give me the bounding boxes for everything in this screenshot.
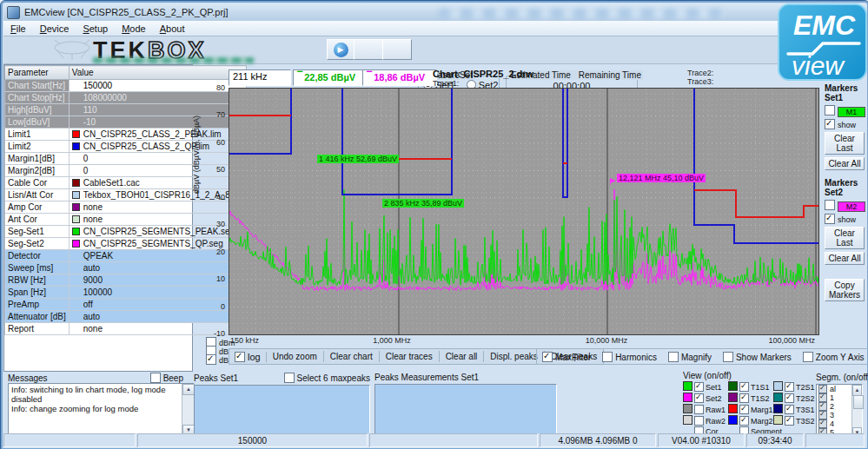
markers-set2-title: Markers [825,178,858,188]
x-tick-10mhz: 10,000 MHz [586,336,628,345]
y-tick: 70 [202,110,225,119]
option-check-show-markers[interactable]: Show Markers [723,352,792,362]
toolbar-slot-1[interactable] [354,39,383,60]
undo-zoom-button[interactable]: Undo zoom [267,351,324,362]
chart-panel: 211 kHz ▔22,85 dBµV ▔18,86 dBµV Chart: C… [202,63,823,369]
peak-marker-label-3[interactable]: 12,121 MHz 45,10 dBuV [617,174,706,182]
view-grid: Set1T1S1T2S1Set2T1S2T2S2Raw1Marg1T3S1Raw… [683,381,813,438]
tekbox-tagline-blurred [93,57,254,63]
scroll-thumb[interactable] [853,395,864,409]
set2-level-readout: ▔18,86 dBµV [362,69,437,86]
y-tick: 40 [202,193,225,201]
segments-scrollbar[interactable]: ▲ ▼ [851,385,862,439]
y-tick: 10 [202,274,225,283]
message-line: Info: switching to lin chart mode, log m… [11,385,182,404]
emcview-logo: EMC view [778,3,867,81]
play-icon: ▶ [334,43,348,57]
menu-setup[interactable]: Setup [76,23,115,35]
color-swatch [72,215,80,223]
param-col-header[interactable]: Parameter [5,66,70,80]
option-check-maxfilter[interactable]: MaxFilter [542,352,591,362]
plot-canvas [229,89,818,334]
plot-area[interactable]: 1 416 kHz 52,69 dBuV 2 835 kHz 35,89 dBu… [229,88,819,335]
status-cell [805,433,865,447]
blurred-watermark [438,9,725,18]
m2-show-row[interactable]: show [825,214,868,224]
select-maxpeaks-checkbox[interactable]: Select 6 maxpeaks [284,373,371,383]
menu-about[interactable]: About [153,23,192,35]
copy-markers-button[interactable]: Copy Markers [825,279,865,301]
tekbox-sketch-art [51,37,93,62]
option-check-harmonics[interactable]: Harmonics [602,352,657,362]
status-cell [369,433,538,447]
view-item-Set1[interactable]: Set1 [683,381,728,393]
status-cell [3,433,136,447]
set2-clear-all-button[interactable]: Clear All [825,252,865,265]
color-swatch [72,203,80,211]
m2-checkbox[interactable] [825,200,835,210]
log-checkbox[interactable]: log [229,352,267,362]
chart-options-row: MaxFilterHarmonicsMagnifyShow MarkersZoo… [536,348,868,365]
menu-device[interactable]: Device [33,23,76,35]
option-check-zoom-y-axis[interactable]: Zoom Y Axis [803,352,865,362]
peaks-set1-list[interactable] [194,385,370,439]
set2-clear-last-button[interactable]: Clear Last [825,227,865,249]
toolbar-slot-2[interactable] [382,39,412,60]
view-item-T1S1[interactable]: T1S1 [728,381,773,393]
markers-set1-title: Markers [825,83,858,93]
app-icon [7,6,20,19]
m1-show-row[interactable]: show [825,119,868,129]
view-item-T3S1[interactable]: T3S1 [773,404,813,415]
view-item-Set2[interactable]: Set2 [683,393,728,404]
option-check-magnify[interactable]: Magnify [668,352,712,362]
start-measurement-button[interactable]: ▶ [327,39,354,60]
set1-clear-last-button[interactable]: Clear Last [825,132,865,155]
y-tick: 60 [202,138,225,147]
view-item-Raw1[interactable]: Raw1 [683,404,728,415]
view-item-T1S2[interactable]: T1S2 [728,393,773,404]
peak-marker-label-2[interactable]: 2 835 kHz 35,89 dBuV [382,199,464,208]
title-bar[interactable]: EMCview [CN_CISPR25_CLASS_2_PK_QP.prj] [3,3,866,21]
y-tick: 30 [202,220,225,228]
trace1-label: Trace1: [433,79,459,88]
window-title: EMCview [CN_CISPR25_CLASS_2_PK_QP.prj] [24,7,229,17]
messages-log[interactable]: Info: switching to lin chart mode, log m… [8,383,195,437]
color-swatch [72,142,80,150]
segments-title: Segm. (on/off) [816,373,866,382]
view-item-T3S2[interactable]: T3S2 [773,415,813,426]
menu-file[interactable]: File [3,23,33,35]
color-swatch [72,228,80,235]
status-cell: 150000 [137,433,368,447]
messages-scrollbar[interactable]: ▲ ▼ [182,384,194,436]
peak-marker-label-1[interactable]: 1 416 kHz 52,69 dBuV [317,155,399,163]
y-tick: 20 [202,248,225,256]
view-item-T2S1[interactable]: T2S1 [773,381,813,393]
color-swatch [72,179,80,187]
clear-traces-button[interactable]: Clear traces [380,351,440,362]
view-item-Raw2[interactable]: Raw2 [683,415,728,426]
view-item-T2S2[interactable]: T2S2 [773,393,813,404]
peaks-measurements-list[interactable] [374,384,557,438]
scroll-up-icon[interactable]: ▲ [182,384,195,395]
clear-chart-button[interactable]: Clear chart [324,351,380,362]
status-cell: 4.096MB 4.096MB 0 [540,433,656,447]
view-item-Marg1[interactable]: Marg1 [728,404,773,415]
view-item-Marg2[interactable]: Marg2 [728,415,773,426]
segments-list[interactable]: al12345 ▲ ▼ [816,384,863,439]
menu-mode[interactable]: Mode [115,23,153,35]
peaks-measurements-panel: Peaks Measurements Set1 [374,373,557,438]
menu-bar: FileDeviceSetupModeAbout [3,21,866,36]
parameter-table: Parameter Value Chart Start[Hz]150000Cha… [3,64,193,372]
clear-all-button[interactable]: Clear all [440,351,485,362]
segments-panel: Segm. (on/off) al12345 ▲ ▼ [816,373,866,439]
set1-clear-all-button[interactable]: Clear All [825,157,865,170]
m1-checkbox[interactable] [825,105,835,116]
set1-level-readout: ▔22,85 dBµV [293,69,373,86]
status-cell: 09:34:40 [746,433,804,447]
emc-logo-text-bottom: view [792,51,845,79]
peaks-set1-panel: Peaks Set1 Select 6 maxpeaks [194,373,370,439]
beep-checkbox[interactable]: Beep [150,373,183,383]
marker-frequency-readout[interactable]: 211 kHz [229,69,291,86]
trace3-label: Trace3: [687,77,713,86]
color-swatch [72,240,80,248]
